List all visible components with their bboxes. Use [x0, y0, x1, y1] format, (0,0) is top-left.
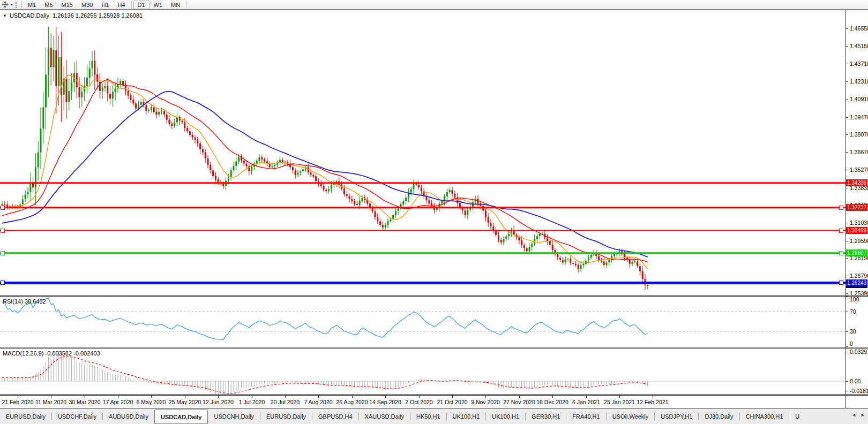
tab-usoil-weekly[interactable]: USOil,Weekly — [607, 409, 655, 424]
macd-indicator-panel[interactable]: MACD(12,26,9) -0.003582 -0.002403 — [0, 349, 868, 394]
time-tick-label: 27 Nov 2020 — [503, 399, 535, 405]
time-tick — [51, 396, 51, 398]
hline-handle[interactable] — [839, 251, 843, 255]
price-tick-label: 1.35270 — [850, 166, 868, 173]
tab-eurusd-daily[interactable]: EURUSD,Daily — [260, 409, 312, 424]
tab-audusd-daily[interactable]: AUDUSD,Daily — [103, 409, 154, 424]
symbol-dropdown-icon[interactable]: ▼ — [3, 13, 7, 18]
time-tick-label: 11 Mar 2020 — [35, 399, 66, 405]
rsi-tick-label: 30 — [850, 328, 856, 335]
tab-ger30-h1[interactable]: GER30,H1 — [526, 409, 566, 424]
time-tick — [552, 396, 553, 398]
tab-scroll-left-icon[interactable]: ◄ — [850, 411, 858, 419]
timeframe-button-w1[interactable]: W1 — [149, 1, 167, 9]
rsi-label: RSI(14) 38.6432 — [3, 298, 46, 305]
price-tick — [846, 64, 848, 64]
hline-handle[interactable] — [1, 251, 5, 255]
tab-usdjpy-h1[interactable]: USDJPY,H1 — [655, 409, 698, 424]
tab-fra40-h1[interactable]: FRA40,H1 — [566, 409, 605, 424]
price-tick — [846, 28, 848, 29]
time-tick — [653, 396, 653, 398]
hline-handle[interactable] — [1, 281, 5, 285]
rsi-plot[interactable] — [0, 297, 845, 347]
tab-hk50-h1[interactable]: HK50,H1 — [410, 409, 446, 424]
hline-handle[interactable] — [839, 206, 843, 210]
panel-separator — [0, 295, 868, 296]
macd-plot[interactable] — [0, 349, 845, 394]
time-tick — [519, 396, 520, 398]
hline-handle[interactable] — [839, 229, 843, 233]
time-tick-label: 6 Jan 2021 — [572, 399, 600, 405]
timeframe-button-mn[interactable]: MN — [167, 1, 184, 9]
time-tick — [452, 396, 453, 398]
price-tick — [846, 223, 848, 223]
timeframe-button-m15[interactable]: M15 — [57, 1, 77, 9]
rsi-tick — [846, 331, 848, 332]
hline-handle[interactable] — [839, 281, 843, 285]
time-tick-label: 7 Aug 2020 — [304, 399, 332, 405]
tab-scroll-right-icon[interactable]: ► — [859, 411, 867, 419]
tab-eurusd-daily[interactable]: EURUSD,Daily — [0, 409, 51, 424]
price-chart-panel[interactable]: ▼ USDCAD,Daily 1.26136 1.26255 1.25928 1… — [0, 10, 868, 295]
tab-usdchf-daily[interactable]: USDCHF,Daily — [52, 409, 102, 424]
tab-u[interactable]: U — [789, 409, 805, 424]
price-tick-label: 1.36670 — [850, 149, 868, 155]
tab-uk100-h1[interactable]: UK100,H1 — [486, 409, 525, 424]
hline-price-tag: 1.34206 — [846, 179, 867, 186]
price-tick-label: 1.29590 — [850, 238, 868, 244]
hline-price-tag: 1.26243 — [846, 279, 867, 286]
tab-dj30-daily[interactable]: DJ30,Daily — [699, 409, 739, 424]
hline-price-tag: 1.28607 — [846, 249, 867, 256]
macd-tick-label: 0.032972 — [850, 349, 868, 355]
time-tick — [285, 396, 286, 398]
price-tick-label: 1.26790 — [850, 272, 868, 279]
timeframe-button-m5[interactable]: M5 — [40, 1, 57, 9]
toolbar-grip[interactable] — [16, 2, 17, 8]
macd-tick — [846, 391, 848, 391]
tab-usdcad-daily[interactable]: USDCAD,Daily — [154, 410, 208, 424]
time-tick — [352, 396, 353, 398]
panel-separator — [0, 10, 868, 10]
timeframe-button-h4[interactable]: H4 — [113, 1, 129, 9]
timeframe-button-d1[interactable]: D1 — [133, 1, 149, 9]
time-tick — [218, 396, 219, 398]
move-cursor-icon — [2, 1, 9, 8]
timeframe-button-m30[interactable]: M30 — [77, 1, 97, 9]
tab-xauusd-daily[interactable]: XAUUSD,Daily — [359, 409, 410, 424]
price-tick — [846, 258, 848, 259]
price-tick-label: 1.40910 — [850, 96, 868, 102]
time-tick-label: 14 Sep 2020 — [369, 399, 401, 405]
rsi-indicator-panel[interactable]: RSI(14) 38.6432 — [0, 297, 868, 347]
price-tick — [846, 188, 848, 188]
time-tick — [485, 396, 486, 398]
price-tick-label: 1.39470 — [850, 114, 868, 120]
chart-title-bar: ▼ USDCAD,Daily 1.26136 1.26255 1.25928 1… — [3, 12, 143, 19]
tab-gbpusd-h4[interactable]: GBPUSD,H4 — [312, 409, 358, 424]
mt4-window: { "icons": {"dropdown": "▼", "caret": "▾… — [0, 0, 868, 424]
macd-label: MACD(12,26,9) -0.003582 -0.002403 — [3, 350, 100, 357]
candlestick-chart[interactable] — [0, 10, 845, 295]
time-tick-label: 12 Jun 2020 — [203, 399, 234, 405]
rsi-tick-label: 0 — [850, 340, 853, 347]
timeframe-button-h1[interactable]: H1 — [97, 1, 113, 9]
tab-uk100-h1[interactable]: UK100,H1 — [447, 409, 486, 424]
tab-scroll-arrows: ◄ ► — [850, 411, 867, 419]
time-tick-label: 21 Feb 2020 — [2, 399, 34, 405]
tab-china300-h1[interactable]: CHINA300,H1 — [740, 409, 789, 424]
rsi-tick-label: 70 — [850, 308, 856, 315]
panel-separator — [0, 394, 868, 395]
price-tick — [846, 276, 848, 276]
cursor-dropdown-caret-icon[interactable]: ▾ — [11, 2, 13, 7]
panel-separator — [0, 408, 868, 408]
hline-handle[interactable] — [1, 206, 5, 210]
cursor-tool-button[interactable] — [2, 1, 9, 8]
timeframe-button-m1[interactable]: M1 — [24, 1, 40, 9]
tab-usdcnh-daily[interactable]: USDCNH,Daily — [208, 409, 260, 424]
price-tick — [846, 81, 848, 82]
time-tick — [318, 396, 319, 398]
time-tick-label: 16 Dec 2020 — [536, 399, 568, 405]
price-tick-label: 1.42310 — [850, 78, 868, 85]
hline-handle[interactable] — [1, 229, 5, 233]
price-tick-label: 1.38070 — [850, 131, 868, 138]
time-axis[interactable]: 21 Feb 202011 Mar 202030 Mar 202017 Apr … — [0, 396, 868, 408]
